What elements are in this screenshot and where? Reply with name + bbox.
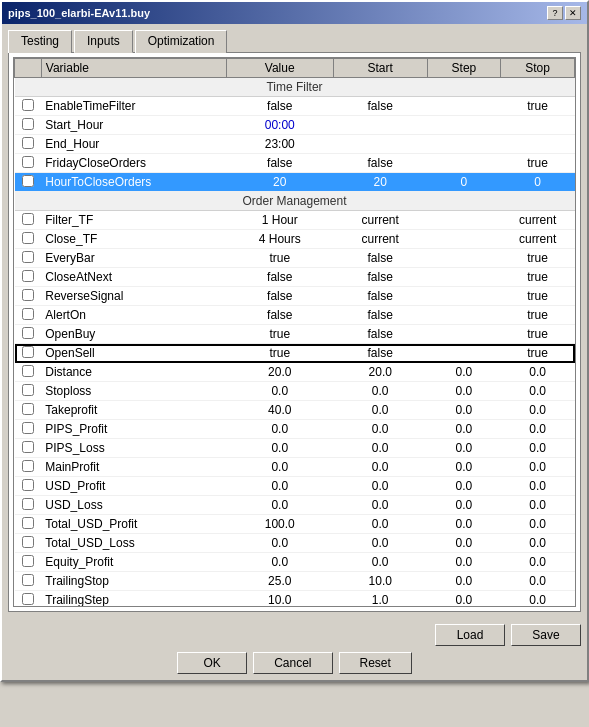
var-stop[interactable]: 0.0 — [501, 420, 575, 439]
row-checkbox[interactable] — [22, 441, 34, 453]
var-step[interactable]: 0.0 — [427, 553, 501, 572]
var-step[interactable]: 0.0 — [427, 439, 501, 458]
var-value[interactable]: false — [226, 154, 333, 173]
var-stop[interactable]: current — [501, 211, 575, 230]
var-value[interactable]: 23:00 — [226, 135, 333, 154]
var-value[interactable]: 00:00 — [226, 116, 333, 135]
var-start[interactable]: 1.0 — [333, 591, 427, 608]
var-value[interactable]: false — [226, 268, 333, 287]
row-checkbox[interactable] — [22, 327, 34, 339]
var-stop[interactable]: 0.0 — [501, 591, 575, 608]
cancel-button[interactable]: Cancel — [253, 652, 332, 674]
var-stop[interactable]: current — [501, 230, 575, 249]
var-step[interactable] — [427, 97, 501, 116]
var-start[interactable]: 0.0 — [333, 420, 427, 439]
var-step[interactable]: 0.0 — [427, 363, 501, 382]
var-stop[interactable]: 0.0 — [501, 401, 575, 420]
var-stop[interactable]: 0.0 — [501, 515, 575, 534]
var-start[interactable]: false — [333, 287, 427, 306]
row-checkbox[interactable] — [22, 403, 34, 415]
row-checkbox[interactable] — [22, 175, 34, 187]
row-checkbox[interactable] — [22, 156, 34, 168]
var-start[interactable]: 20.0 — [333, 363, 427, 382]
var-value[interactable]: 40.0 — [226, 401, 333, 420]
row-checkbox[interactable] — [22, 346, 34, 358]
load-button[interactable]: Load — [435, 624, 505, 646]
row-checkbox[interactable] — [22, 137, 34, 149]
var-stop[interactable]: true — [501, 97, 575, 116]
var-stop[interactable]: 0.0 — [501, 439, 575, 458]
var-step[interactable] — [427, 268, 501, 287]
var-value[interactable]: false — [226, 97, 333, 116]
var-start[interactable]: 0.0 — [333, 477, 427, 496]
row-checkbox[interactable] — [22, 422, 34, 434]
var-value[interactable]: 0.0 — [226, 477, 333, 496]
var-value[interactable]: false — [226, 287, 333, 306]
help-button[interactable]: ? — [547, 6, 563, 20]
var-start[interactable]: 0.0 — [333, 439, 427, 458]
var-stop[interactable]: 0.0 — [501, 477, 575, 496]
tab-optimization[interactable]: Optimization — [135, 30, 228, 53]
save-button[interactable]: Save — [511, 624, 581, 646]
var-stop[interactable]: 0.0 — [501, 534, 575, 553]
var-step[interactable]: 0.0 — [427, 591, 501, 608]
var-value[interactable]: 0.0 — [226, 534, 333, 553]
var-step[interactable] — [427, 249, 501, 268]
row-checkbox[interactable] — [22, 365, 34, 377]
var-stop[interactable]: 0.0 — [501, 458, 575, 477]
row-checkbox[interactable] — [22, 118, 34, 130]
ok-button[interactable]: OK — [177, 652, 247, 674]
var-step[interactable] — [427, 230, 501, 249]
var-start[interactable] — [333, 116, 427, 135]
var-start[interactable]: false — [333, 154, 427, 173]
var-start[interactable]: 0.0 — [333, 458, 427, 477]
var-start[interactable]: 0.0 — [333, 553, 427, 572]
var-value[interactable]: 25.0 — [226, 572, 333, 591]
var-value[interactable]: true — [226, 325, 333, 344]
reset-button[interactable]: Reset — [339, 652, 412, 674]
var-value[interactable]: 20.0 — [226, 363, 333, 382]
var-start[interactable]: 0.0 — [333, 382, 427, 401]
var-value[interactable]: 1 Hour — [226, 211, 333, 230]
var-start[interactable]: 20 — [333, 173, 427, 192]
var-stop[interactable] — [501, 135, 575, 154]
var-step[interactable]: 0.0 — [427, 477, 501, 496]
var-start[interactable]: false — [333, 268, 427, 287]
var-value[interactable]: 10.0 — [226, 591, 333, 608]
row-checkbox[interactable] — [22, 536, 34, 548]
inputs-table-container[interactable]: Variable Value Start Step Stop Time Filt… — [13, 57, 576, 607]
var-value[interactable]: 0.0 — [226, 420, 333, 439]
var-step[interactable]: 0.0 — [427, 458, 501, 477]
var-start[interactable]: 0.0 — [333, 515, 427, 534]
var-stop[interactable]: 0 — [501, 173, 575, 192]
var-value[interactable]: 0.0 — [226, 382, 333, 401]
var-start[interactable]: false — [333, 249, 427, 268]
var-start[interactable]: 0.0 — [333, 534, 427, 553]
var-stop[interactable]: true — [501, 249, 575, 268]
var-start[interactable]: false — [333, 344, 427, 363]
var-step[interactable] — [427, 135, 501, 154]
var-stop[interactable]: 0.0 — [501, 553, 575, 572]
var-value[interactable]: 0.0 — [226, 496, 333, 515]
row-checkbox[interactable] — [22, 213, 34, 225]
var-start[interactable]: current — [333, 211, 427, 230]
var-stop[interactable]: true — [501, 287, 575, 306]
var-value[interactable]: true — [226, 249, 333, 268]
var-step[interactable]: 0.0 — [427, 401, 501, 420]
var-step[interactable]: 0.0 — [427, 572, 501, 591]
row-checkbox[interactable] — [22, 270, 34, 282]
var-step[interactable] — [427, 325, 501, 344]
row-checkbox[interactable] — [22, 479, 34, 491]
row-checkbox[interactable] — [22, 384, 34, 396]
var-step[interactable] — [427, 287, 501, 306]
var-step[interactable]: 0.0 — [427, 420, 501, 439]
var-stop[interactable]: 0.0 — [501, 382, 575, 401]
var-start[interactable]: current — [333, 230, 427, 249]
var-step[interactable] — [427, 211, 501, 230]
var-value[interactable]: 0.0 — [226, 439, 333, 458]
var-step[interactable] — [427, 306, 501, 325]
var-stop[interactable] — [501, 116, 575, 135]
row-checkbox[interactable] — [22, 99, 34, 111]
row-checkbox[interactable] — [22, 308, 34, 320]
var-step[interactable]: 0 — [427, 173, 501, 192]
